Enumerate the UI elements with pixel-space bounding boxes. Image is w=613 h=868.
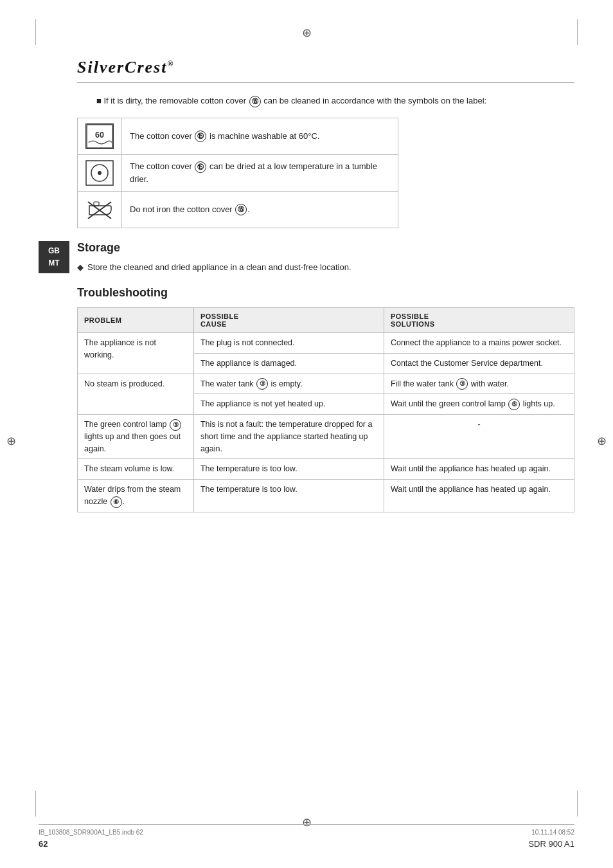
- symbol-wash-text: The cotton cover ⑮ is machine washable a…: [122, 118, 398, 154]
- table-header-row: PROBLEM POSSIBLECAUSE POSSIBLESOLUTIONS: [78, 308, 574, 333]
- symbol-icon-noiron: [78, 191, 122, 228]
- symbol-noiron-text: Do not iron the cotton cover ⑮.: [122, 191, 398, 228]
- solution-wait-heat-1: Wait until the appliance has heated up a…: [384, 459, 574, 480]
- file-info: IB_103808_SDR900A1_LB5.indb 62: [39, 829, 143, 836]
- col-cause: POSSIBLECAUSE: [193, 308, 384, 333]
- crosshair-right-icon: ⊕: [597, 434, 607, 448]
- problem-lamp-goes-out: The green control lamp ⑤ lights up and t…: [78, 415, 194, 459]
- tumble-icon: [85, 160, 114, 186]
- table-row: Water drips from the steam nozzle ⑥. The…: [78, 480, 574, 512]
- wash-icon: 60: [85, 123, 114, 149]
- cause-plug: The plug is not connected.: [193, 333, 384, 354]
- troubleshooting-section: Troubleshooting PROBLEM POSSIBLECAUSE PO…: [77, 286, 574, 512]
- troubleshooting-heading: Troubleshooting: [77, 286, 574, 300]
- table-row: No steam is produced. The water tank ③ i…: [78, 374, 574, 394]
- margin-line-left-top: [35, 19, 36, 45]
- intro-section: ■ If it is dirty, the removable cotton c…: [96, 95, 574, 107]
- symbol-tumble-text: The cotton cover ⑮ can be dried at a low…: [122, 154, 398, 191]
- solution-wait-lamp: Wait until the green control lamp ⑤ ligh…: [384, 394, 574, 415]
- brand-divider: [77, 82, 574, 83]
- problem-not-working: The appliance is not working.: [78, 333, 194, 374]
- crosshair-left-icon: ⊕: [6, 434, 16, 448]
- product-code: SDR 900 A1: [528, 839, 574, 849]
- col-solution: POSSIBLESOLUTIONS: [384, 308, 574, 333]
- storage-section: Storage ◆Store the cleaned and dried app…: [77, 241, 574, 274]
- svg-rect-5: [94, 202, 99, 206]
- page-number: 62: [39, 839, 48, 849]
- cause-temp-low-1: The temperature is too low.: [193, 459, 384, 480]
- col-problem: PROBLEM: [78, 308, 194, 333]
- brand-area: SilverCrest®: [77, 58, 574, 83]
- brand-name: SilverCrest: [77, 58, 167, 77]
- storage-bullet: ◆Store the cleaned and dried appliance i…: [77, 261, 574, 274]
- page: ⊕ ⊕ ⊕ ⊕ SilverCrest® ■ If it is dirty, t…: [0, 0, 613, 868]
- svg-point-4: [98, 171, 102, 175]
- ref-15: ⑮: [249, 96, 261, 107]
- storage-heading: Storage: [77, 241, 574, 255]
- symbol-row-noiron: Do not iron the cotton cover ⑮.: [78, 191, 398, 228]
- solution-contact: Contact the Customer Service department.: [384, 353, 574, 374]
- symbol-icon-tumble: [78, 154, 122, 191]
- table-row: The green control lamp ⑤ lights up and t…: [78, 415, 574, 459]
- cause-not-heated: The appliance is not yet heated up.: [193, 394, 384, 415]
- cause-not-fault: This is not a fault: the temperature dro…: [193, 415, 384, 459]
- storage-area: GB MT Storage ◆Store the cleaned and dri…: [39, 241, 574, 274]
- badge-mt: MT: [41, 257, 67, 269]
- solution-none: -: [384, 415, 574, 459]
- footer: 62 SDR 900 A1: [39, 839, 574, 849]
- intro-text: ■ If it is dirty, the removable cotton c…: [96, 95, 574, 107]
- diamond-icon: ◆: [77, 262, 84, 272]
- problem-steam-low: The steam volume is low.: [78, 459, 194, 480]
- gb-mt-badge: GB MT: [39, 241, 69, 273]
- solution-fill-tank: Fill the water tank ③ with water.: [384, 374, 574, 394]
- cause-damaged: The appliance is damaged.: [193, 353, 384, 374]
- symbol-icon-wash: 60: [78, 118, 122, 154]
- cause-temp-low-2: The temperature is too low.: [193, 480, 384, 512]
- margin-line-right-bottom: [577, 791, 578, 817]
- brand-logo: SilverCrest®: [77, 58, 574, 77]
- problem-water-drips: Water drips from the steam nozzle ⑥.: [78, 480, 194, 512]
- table-row: The steam volume is low. The temperature…: [78, 459, 574, 480]
- problem-no-steam: No steam is produced.: [78, 374, 194, 415]
- print-date: 10.11.14 08:52: [531, 829, 574, 836]
- margin-line-left-bottom: [35, 791, 36, 817]
- table-row: The appliance is not working. The plug i…: [78, 333, 574, 354]
- solution-wait-heat-2: Wait until the appliance has heated up a…: [384, 480, 574, 512]
- crosshair-top-icon: ⊕: [302, 26, 312, 40]
- cause-tank-empty: The water tank ③ is empty.: [193, 374, 384, 394]
- no-iron-icon: [85, 197, 114, 222]
- solution-connect: Connect the appliance to a mains power s…: [384, 333, 574, 354]
- symbol-table: 60 The cotton cover ⑮ is machine washabl…: [77, 118, 398, 228]
- badge-gb: GB: [41, 245, 67, 257]
- svg-text:60: 60: [95, 130, 104, 139]
- symbol-row-tumble: The cotton cover ⑮ can be dried at a low…: [78, 154, 398, 191]
- margin-line-right-top: [577, 19, 578, 45]
- print-info-bar: IB_103808_SDR900A1_LB5.indb 62 10.11.14 …: [39, 824, 574, 836]
- symbol-row-wash: 60 The cotton cover ⑮ is machine washabl…: [78, 118, 398, 154]
- troubleshooting-table: PROBLEM POSSIBLECAUSE POSSIBLESOLUTIONS …: [77, 307, 574, 512]
- brand-sup: ®: [167, 59, 174, 68]
